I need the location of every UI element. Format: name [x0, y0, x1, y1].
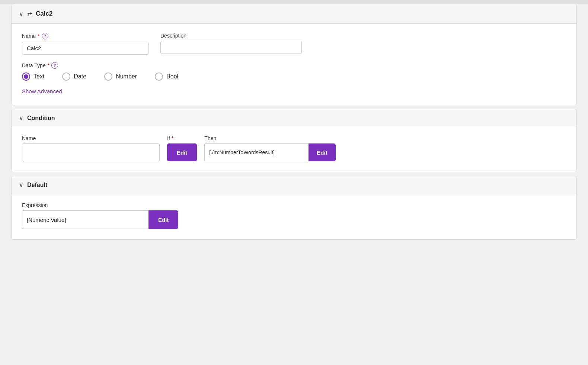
data-type-label: Data Type * ? [22, 62, 566, 69]
show-advanced-link[interactable]: Show Advanced [22, 88, 62, 94]
name-description-row: Name * ? Description [22, 33, 566, 55]
calc2-body: Name * ? Description Data Type * ? [12, 24, 576, 105]
radio-bool-label: Bool [166, 73, 178, 80]
radio-group: Text Date Number Bool [22, 72, 566, 81]
radio-text-circle [22, 72, 30, 81]
calc2-shuffle-icon[interactable]: ⇄ [27, 10, 32, 17]
radio-date-label: Date [74, 73, 86, 80]
condition-card: ∨ Condition Name If * Edit [11, 109, 577, 172]
description-label: Description [160, 33, 302, 39]
radio-text-inner [24, 74, 28, 79]
condition-name-label: Name [22, 135, 160, 141]
name-help-icon[interactable]: ? [42, 33, 48, 39]
condition-if-label: If * [167, 135, 197, 141]
expression-input[interactable] [22, 210, 148, 229]
condition-row: Name If * Edit Then Edit [22, 135, 566, 161]
calc2-header: ∨ ⇄ Calc2 [12, 4, 576, 24]
name-required-star: * [38, 33, 39, 39]
page-wrapper: ∨ ⇄ Calc2 Name * ? Description [0, 0, 588, 365]
radio-date-circle [62, 72, 70, 81]
radio-text[interactable]: Text [22, 72, 44, 81]
radio-text-label: Text [33, 73, 44, 80]
default-chevron-icon[interactable]: ∨ [19, 181, 23, 188]
default-body: Expression Edit [12, 194, 576, 239]
radio-bool[interactable]: Bool [155, 72, 178, 81]
name-label: Name * ? [22, 33, 148, 39]
data-type-required-star: * [48, 62, 49, 68]
calc2-chevron-icon[interactable]: ∨ [19, 10, 23, 17]
radio-date[interactable]: Date [62, 72, 86, 81]
condition-body: Name If * Edit Then Edit [12, 127, 576, 172]
default-card: ∨ Default Expression Edit [11, 176, 577, 240]
expression-group: Expression Edit [22, 202, 566, 229]
condition-name-input[interactable] [22, 143, 160, 161]
data-type-section: Data Type * ? Text Date [22, 62, 566, 81]
condition-if-edit-button[interactable]: Edit [167, 143, 197, 161]
description-input[interactable] [160, 41, 302, 54]
radio-number[interactable]: Number [104, 72, 137, 81]
condition-chevron-icon[interactable]: ∨ [19, 114, 23, 122]
condition-header: ∨ Condition [12, 109, 576, 127]
top-divider [0, 0, 588, 4]
condition-then-group: Then Edit [204, 135, 335, 161]
default-title: Default [27, 182, 47, 188]
expression-input-row: Edit [22, 210, 566, 229]
radio-bool-circle [155, 72, 163, 81]
radio-number-label: Number [116, 73, 137, 80]
data-type-help-icon[interactable]: ? [51, 62, 58, 69]
condition-then-label: Then [204, 135, 335, 141]
data-type-label-text: Data Type [22, 62, 46, 68]
name-group: Name * ? [22, 33, 148, 55]
condition-title: Condition [27, 115, 55, 122]
description-group: Description [160, 33, 302, 55]
name-label-text: Name [22, 33, 36, 39]
calc2-title: Calc2 [36, 10, 52, 17]
default-header: ∨ Default [12, 176, 576, 194]
calc2-card: ∨ ⇄ Calc2 Name * ? Description [11, 4, 577, 105]
condition-then-edit-button[interactable]: Edit [309, 143, 335, 161]
condition-then-input[interactable] [204, 143, 309, 161]
condition-name-group: Name [22, 135, 160, 161]
expression-edit-button[interactable]: Edit [148, 210, 178, 229]
condition-if-required: * [172, 135, 173, 141]
expression-label: Expression [22, 202, 566, 208]
condition-then-input-group: Edit [204, 143, 335, 161]
condition-if-group: If * Edit [167, 135, 197, 161]
name-input[interactable] [22, 42, 148, 55]
radio-number-circle [104, 72, 112, 81]
condition-if-label-text: If [167, 135, 170, 141]
